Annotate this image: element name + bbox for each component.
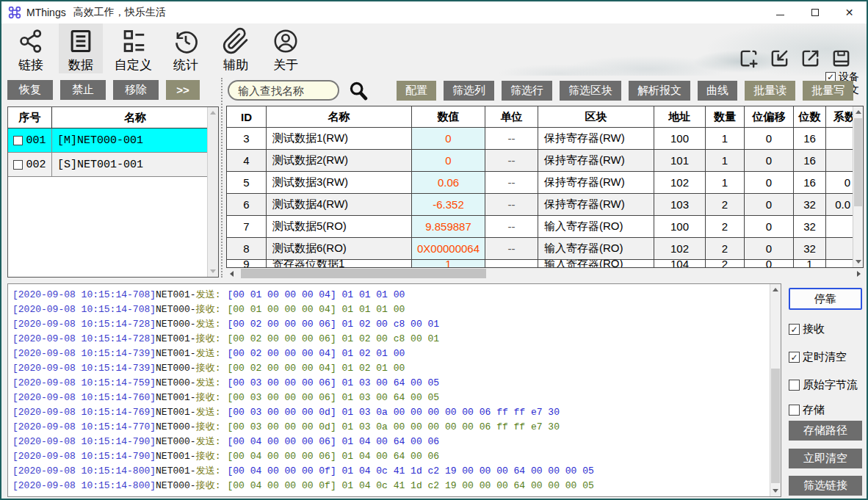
receive-checkbox[interactable]: ✓ 接收 (789, 323, 825, 336)
data-row[interactable]: 8 测试数据6(RO) 0X00000064 -- 输入寄存器(RO) 102 … (227, 238, 863, 260)
panel-splitter[interactable] (221, 78, 223, 278)
device-row-no: 001 (26, 134, 46, 147)
minimize-button[interactable] (763, 1, 798, 23)
device-row[interactable]: 002 [S]NET001-001 (8, 153, 218, 177)
device-row-name: [M]NET000-001 (52, 128, 218, 152)
col-addr: 地址 (654, 106, 706, 127)
checkbox-mark: ✓ (789, 352, 800, 363)
data-row[interactable]: 5 测试数据3(RW) 0.06 -- 保持寄存器(RW) 102 1 0 16… (227, 172, 863, 194)
log-line: [2020-09-08 10:15:14-769]NET001-发送:[00 0… (12, 405, 779, 420)
col-name: 名称 (267, 106, 412, 127)
data-panel-controls: 配置 筛选列 筛选行 筛选区块 解析报文 曲线 批量读 批量写 (228, 80, 853, 101)
parse-frame-button[interactable]: 解析报文 (629, 81, 690, 101)
data-row[interactable]: 7 测试数据5(RO) 9.859887 -- 输入寄存器(RO) 100 2 … (227, 216, 863, 238)
filter-block-button[interactable]: 筛选区块 (560, 81, 621, 101)
batch-write-button[interactable]: 批量写 (803, 81, 853, 101)
search-input[interactable] (228, 80, 339, 101)
col-bits: 位数 (794, 106, 826, 127)
device-col-no: 序号 (8, 107, 52, 128)
timed-clear-checkbox[interactable]: ✓ 定时清空 (789, 351, 847, 363)
main-toolbar: 链接 数据 自定义 (1, 23, 867, 76)
device-table-scrollbar[interactable] (207, 107, 218, 277)
toolbar-item-link[interactable]: 链接 (9, 23, 53, 73)
store-path-button[interactable]: 存储路径 (789, 421, 862, 441)
raw-bytes-checkbox-label: 原始字节流 (803, 378, 858, 392)
device-row-no: 002 (26, 159, 46, 171)
value-cell[interactable]: 0 (412, 128, 485, 149)
checkbox-mark (789, 405, 800, 416)
close-button[interactable]: ✕ (832, 1, 867, 23)
log-line: [2020-09-08 10:15:14-728]NET001-接收:[00 0… (12, 332, 779, 347)
toolbar-item-data[interactable]: 数据 (59, 23, 103, 73)
checkbox-mark (789, 380, 800, 391)
log-line: [2020-09-08 10:15:14-800]NET001-发送:[00 0… (12, 464, 779, 479)
filter-column-button[interactable]: 筛选列 (444, 81, 494, 101)
receive-checkbox-label: 接收 (803, 322, 825, 336)
export-icon[interactable] (800, 48, 821, 69)
app-title: MThings (26, 7, 66, 18)
checkbox-mark: ✓ (789, 324, 800, 335)
store-checkbox[interactable]: 存储 (789, 404, 825, 416)
search-icon[interactable] (348, 80, 369, 101)
history-clock-icon (172, 25, 200, 57)
paperclip-icon (222, 25, 250, 57)
communication-log[interactable]: [2020-09-08 10:15:14-708]NET001-发送:[00 0… (7, 283, 781, 497)
data-row[interactable]: 6 测试数据4(RW) -6.352 -- 保持寄存器(RW) 103 2 0 … (227, 194, 863, 216)
data-table-header: ID 名称 数值 单位 区块 地址 数量 位偏移 位数 系数 (227, 106, 863, 128)
value-cell[interactable]: 1 (412, 260, 485, 268)
timed-clear-checkbox-label: 定时清空 (803, 350, 847, 364)
log-lines: [2020-09-08 10:15:14-708]NET001-发送:[00 0… (8, 284, 781, 493)
disable-button[interactable]: 禁止 (60, 80, 106, 100)
toolbar-item-custom[interactable]: 自定义 (109, 23, 158, 73)
filter-link-button[interactable]: 筛选链接 (789, 476, 862, 496)
toolbar-label-custom: 自定义 (115, 57, 152, 73)
log-line: [2020-09-08 10:15:14-790]NET000-发送:[00 0… (12, 435, 779, 449)
restore-button[interactable]: 恢复 (7, 80, 53, 100)
col-bit-offset: 位偏移 (745, 106, 794, 127)
data-row-partial[interactable]: 9 寄存器位数据1 1 输入寄存器(RO) 104 2 0 1 (227, 260, 863, 268)
data-table-horizontal-scrollbar[interactable] (226, 268, 864, 279)
data-row[interactable]: 3 测试数据1(RW) 0 -- 保持寄存器(RW) 100 1 0 16 (227, 128, 863, 150)
raw-bytes-checkbox[interactable]: 原始字节流 (789, 379, 858, 391)
remove-button[interactable]: 移除 (113, 80, 159, 100)
batch-read-button[interactable]: 批量读 (745, 81, 795, 101)
col-block: 区块 (538, 106, 654, 127)
device-row-checkbox[interactable] (13, 160, 23, 170)
log-line: [2020-09-08 10:15:14-739]NET000-接收:[00 0… (12, 361, 779, 376)
toolbar-label-link: 链接 (18, 57, 43, 73)
app-logo-command-icon (8, 6, 21, 19)
device-row-selected[interactable]: 001 [M]NET000-001 (8, 128, 218, 153)
toolbar-item-assist[interactable]: 辅助 (214, 23, 258, 73)
import-icon[interactable] (769, 48, 790, 69)
col-unit: 单位 (485, 106, 538, 127)
dock-button[interactable]: 停靠 (789, 288, 862, 310)
new-window-icon[interactable] (738, 48, 759, 69)
config-button[interactable]: 配置 (397, 81, 436, 101)
value-cell[interactable]: 9.859887 (412, 216, 485, 237)
save-icon[interactable] (831, 48, 852, 69)
log-line: [2020-09-08 10:15:14-708]NET000-接收:[00 0… (12, 302, 779, 317)
store-checkbox-label: 存储 (803, 403, 825, 417)
toolbar-item-stats[interactable]: 统计 (164, 23, 208, 73)
device-row-checkbox[interactable] (13, 136, 23, 145)
value-cell[interactable]: -6.352 (412, 194, 485, 215)
toolbar-item-about[interactable]: 关于 (264, 23, 308, 73)
log-line: [2020-09-08 10:15:14-739]NET001-发送:[00 0… (12, 347, 779, 361)
value-cell[interactable]: 0X00000064 (412, 238, 485, 259)
device-button-row: 恢复 禁止 移除 >> (7, 80, 200, 100)
share-icon (17, 25, 45, 57)
device-row-name: [S]NET001-001 (52, 153, 218, 176)
expand-button[interactable]: >> (166, 80, 200, 100)
value-cell[interactable]: 0 (412, 150, 485, 171)
maximize-button[interactable] (798, 1, 832, 23)
data-table-vertical-scrollbar[interactable] (853, 106, 863, 267)
filter-row-button[interactable]: 筛选行 (502, 81, 552, 101)
data-row[interactable]: 4 测试数据2(RW) 0 -- 保持寄存器(RW) 101 1 0 16 (227, 150, 863, 172)
clear-now-button[interactable]: 立即清空 (789, 449, 862, 468)
value-cell[interactable]: 0.06 (412, 172, 485, 193)
toolbar-label-about: 关于 (273, 57, 298, 73)
device-col-name: 名称 (52, 107, 218, 128)
log-scrollbar[interactable] (770, 284, 781, 496)
log-line: [2020-09-08 10:15:14-728]NET000-发送:[00 0… (12, 317, 779, 332)
curve-button[interactable]: 曲线 (698, 81, 737, 101)
